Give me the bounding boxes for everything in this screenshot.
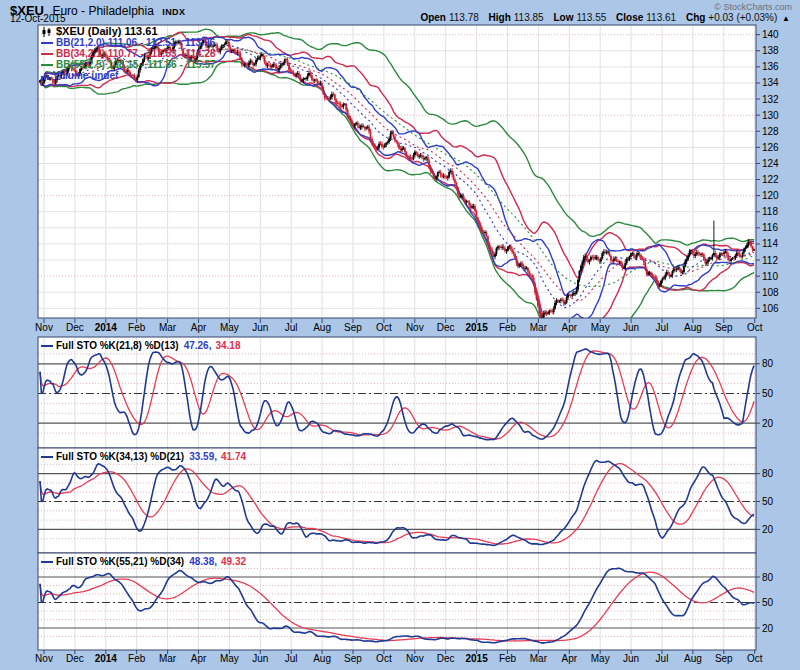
- stochastic-1-k-value: 47.26,: [184, 340, 212, 351]
- month-axis-label: Aug: [313, 322, 331, 333]
- price-axis-label: 138: [762, 45, 779, 56]
- month-axis-label: Mar: [159, 653, 177, 664]
- stochastic-legend-3: Full STO %K(55,21) %D(34) 48.38, 49.32: [41, 556, 246, 567]
- month-axis-label: Mar: [530, 653, 548, 664]
- month-axis-label: Nov: [406, 653, 424, 664]
- month-axis-label: May: [591, 322, 610, 333]
- change-label: Chg: [686, 12, 705, 23]
- legend-volume-label: Volume undef: [53, 70, 118, 81]
- low-value: 113.55: [576, 12, 606, 23]
- legend-bb-55: BB(55,2.5) 108.15 - 111.86 - 115.57: [41, 59, 216, 70]
- stochastic-axis-label: 50: [762, 388, 774, 399]
- month-axis-label: Dec: [66, 322, 84, 333]
- month-axis-label: Jul: [656, 322, 669, 333]
- volume-bars-icon: [41, 72, 50, 80]
- chart-canvas: 1401381361341321301281261241221201181161…: [0, 0, 800, 670]
- stochastic-axis-label: 80: [762, 468, 774, 479]
- stochastic-axis-label: 80: [762, 358, 774, 369]
- month-axis-label: Mar: [159, 322, 177, 333]
- month-axis-label: Feb: [128, 322, 146, 333]
- low-label: Low: [553, 12, 573, 23]
- stochastic-3-title: Full STO %K(55,21) %D(34): [56, 556, 184, 567]
- month-axis-label: Nov: [35, 653, 53, 664]
- legend-bb-34-label: BB(34,2.1) 110.77 - 112.53 - 114.28: [56, 48, 216, 59]
- stochastic-axis-label: 20: [762, 524, 774, 535]
- price-axis-label: 122: [762, 174, 779, 185]
- price-axis-label: 110: [762, 271, 778, 282]
- price-axis-label: 108: [762, 287, 779, 298]
- month-axis-label: Dec: [437, 653, 455, 664]
- month-axis-label: Jul: [285, 653, 298, 664]
- month-axis-label: Feb: [499, 653, 517, 664]
- price-axis-label: 130: [762, 110, 779, 121]
- month-axis-label: Jun: [623, 322, 639, 333]
- price-axis-label: 114: [762, 238, 778, 249]
- month-axis-label: Apr: [562, 322, 578, 333]
- stochastic-2-title: Full STO %K(34,13) %D(21): [56, 451, 184, 462]
- month-axis-label: Jun: [252, 653, 268, 664]
- month-axis-label: Dec: [437, 322, 455, 333]
- legend-bb-55-label: BB(55,2.5) 108.15 - 111.86 - 115.57: [56, 59, 216, 70]
- stochastic-legend-1: Full STO %K(21,8) %D(13) 47.26, 34.18: [41, 340, 240, 351]
- month-axis-label: Mar: [530, 322, 548, 333]
- stochastic-axis-label: 20: [762, 623, 774, 634]
- stochastic-panel-3: 805020: [38, 553, 774, 650]
- month-axis-label: 2014: [95, 653, 118, 664]
- price-axis-label: 106: [762, 303, 779, 314]
- legend-bb-21-label: BB(21,2.0) 111.06 - 112.51 - 113.96: [56, 37, 215, 48]
- chart-date: 12-Oct-2015: [10, 13, 66, 24]
- stochastic-axis-label: 50: [762, 597, 774, 608]
- month-axis-label: Apr: [562, 653, 578, 664]
- price-axis-label: 120: [762, 190, 779, 201]
- price-axis-label: 116: [762, 222, 778, 233]
- main-legend-title: $XEU (Daily) 113.61: [56, 26, 158, 37]
- stochastic-1-title: Full STO %K(21,8) %D(13): [56, 340, 179, 351]
- month-axis-label: Oct: [376, 653, 392, 664]
- line-swatch-icon: [41, 53, 53, 55]
- stochastic-axis-label: 80: [762, 572, 774, 583]
- price-axis-label: 112: [762, 255, 778, 266]
- line-swatch-icon: [41, 456, 53, 458]
- line-swatch-icon: [41, 64, 53, 66]
- open-label: Open: [420, 12, 446, 23]
- symbol-name: Euro - Philadelphia: [52, 4, 153, 18]
- price-axis-label: 134: [762, 77, 779, 88]
- month-axis-label: Oct: [747, 653, 763, 664]
- high-value: 113.85: [514, 12, 544, 23]
- month-axis-label: 2014: [95, 322, 118, 333]
- month-axis-label: May: [220, 322, 239, 333]
- open-value: 113.78: [449, 12, 479, 23]
- price-axis-label: 136: [762, 61, 779, 72]
- stochastic-1-d-value: 34.18: [215, 340, 240, 351]
- month-axis-label: Aug: [684, 322, 702, 333]
- line-swatch-icon: [41, 561, 53, 563]
- month-axis-label: Oct: [747, 322, 763, 333]
- close-value: 113.61: [646, 12, 676, 23]
- price-axis-label: 128: [762, 126, 779, 137]
- stochastic-legend-2: Full STO %K(34,13) %D(21) 33.59, 41.74: [41, 451, 246, 462]
- high-label: High: [489, 12, 511, 23]
- candlestick-icon: [41, 27, 53, 37]
- stochastic-3-k-value: 48.38,: [189, 556, 217, 567]
- change-up-icon: ▲: [782, 14, 790, 23]
- legend-volume: Volume undef: [41, 70, 216, 81]
- stochastic-panel-2: 805020: [38, 448, 774, 553]
- month-axis-label: Sep: [344, 322, 362, 333]
- stochastic-2-d-value: 41.74: [221, 451, 246, 462]
- stochastic-panel-1: 805020: [38, 337, 774, 448]
- month-axis-label: 2015: [465, 653, 488, 664]
- month-axis-label: Feb: [499, 322, 517, 333]
- month-axis-label: Jun: [623, 653, 639, 664]
- stochastic-2-k-value: 33.59,: [189, 451, 217, 462]
- price-axis-label: 126: [762, 142, 779, 153]
- legend-bb-21: BB(21,2.0) 111.06 - 112.51 - 113.96: [41, 37, 216, 48]
- stockcharts-credit: © StockCharts.com: [714, 2, 792, 12]
- month-axis-label: Jul: [656, 653, 669, 664]
- month-axis-label: Apr: [191, 322, 207, 333]
- month-axis-label: Sep: [715, 653, 733, 664]
- month-axis-label: Apr: [191, 653, 207, 664]
- quote-summary: Open113.78 High113.85 Low113.55 Close113…: [413, 12, 790, 23]
- main-chart-legend: $XEU (Daily) 113.61 BB(21,2.0) 111.06 - …: [41, 26, 216, 81]
- month-axis-label: 2015: [465, 322, 488, 333]
- stochastic-axis-label: 20: [762, 418, 774, 429]
